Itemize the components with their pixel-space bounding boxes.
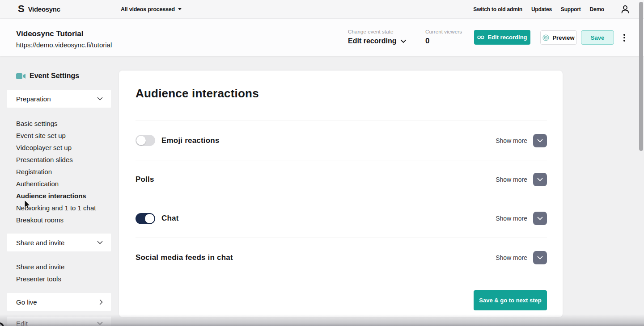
event-state-block: Change event state Edit recording xyxy=(348,29,407,45)
videos-processed-dropdown[interactable]: All videos processed xyxy=(121,6,182,13)
expand-button[interactable] xyxy=(533,173,547,186)
chevron-down-icon xyxy=(400,39,407,43)
chevron-down-icon xyxy=(97,241,103,244)
save-label: Save xyxy=(591,34,604,41)
nav-switch-old-admin[interactable]: Switch to old admin xyxy=(473,6,522,13)
nav-updates[interactable]: Updates xyxy=(531,6,552,13)
sidebar-item-breakout-rooms[interactable]: Breakout rooms xyxy=(16,214,96,226)
save-next-step-button[interactable]: Save & go to next step xyxy=(474,290,547,310)
videosync-logo[interactable]: S Videosync xyxy=(18,4,60,14)
current-viewers-block: Current viewers 0 xyxy=(425,29,462,46)
feature-label: Social media feeds in chat xyxy=(136,253,233,262)
current-viewers-label: Current viewers xyxy=(425,29,462,34)
preview-label: Preview xyxy=(552,34,574,41)
feature-row-social-media: Social media feeds in chat Show more xyxy=(136,238,547,277)
chevron-down-icon xyxy=(537,217,543,220)
sidebar-item-share-and-invite[interactable]: Share and invite xyxy=(16,261,64,273)
save-next-label: Save & go to next step xyxy=(479,297,541,304)
videos-processed-label: All videos processed xyxy=(121,6,175,13)
sidebar-section-go-live[interactable]: Go live xyxy=(7,293,111,311)
nav-demo[interactable]: Demo xyxy=(589,6,604,13)
section-label: Preparation xyxy=(16,95,51,103)
card-heading: Audience interactions xyxy=(136,87,259,100)
save-button[interactable]: Save xyxy=(581,30,614,45)
chevron-down-icon xyxy=(537,256,543,259)
top-nav: Switch to old admin Updates Support Demo xyxy=(473,4,630,14)
chevron-down-icon xyxy=(97,322,103,325)
feature-rows: Emoji reactions Show more Polls Show mor… xyxy=(136,121,547,277)
corner-artifact xyxy=(0,322,4,326)
event-settings-title: Event Settings xyxy=(16,72,79,80)
user-account-icon[interactable] xyxy=(620,4,630,14)
expand-button[interactable] xyxy=(533,251,547,264)
sidebar-item-videoplayer-set-up[interactable]: Videoplayer set up xyxy=(16,142,96,154)
feature-row-emoji-reactions: Emoji reactions Show more xyxy=(136,121,547,160)
feature-row-polls: Polls Show more xyxy=(136,160,547,199)
event-state-value: Edit recording xyxy=(348,37,396,45)
feature-row-chat: Chat Show more xyxy=(136,199,547,238)
recording-icon xyxy=(477,35,484,39)
section-label: Share and invite xyxy=(16,239,64,247)
video-camera-icon xyxy=(16,73,25,79)
more-options-menu[interactable] xyxy=(622,33,627,42)
sidebar-item-event-site-set-up[interactable]: Event site set up xyxy=(16,130,96,142)
feature-label: Emoji reactions xyxy=(161,136,220,145)
sidebar-section-edit[interactable]: Edit xyxy=(7,317,111,326)
feature-label: Polls xyxy=(136,175,154,184)
audience-interactions-card: Audience interactions Emoji reactions Sh… xyxy=(119,71,563,317)
event-title-block: Videosync Tutorial https://demo.videosyn… xyxy=(16,29,112,49)
show-more-link[interactable]: Show more xyxy=(496,137,527,144)
logo-text: Videosync xyxy=(28,5,60,13)
event-state-label: Change event state xyxy=(348,29,407,34)
chevron-right-icon xyxy=(99,299,103,305)
sidebar-item-registration[interactable]: Registration xyxy=(16,166,96,178)
sidebar-item-basic-settings[interactable]: Basic settings xyxy=(16,117,96,130)
sidebar-section-share-invite[interactable]: Share and invite xyxy=(7,234,111,251)
show-more-link[interactable]: Show more xyxy=(496,254,527,261)
chevron-down-icon xyxy=(537,178,543,181)
current-viewers-count: 0 xyxy=(425,37,462,46)
logo-icon: S xyxy=(18,4,25,14)
event-header: Videosync Tutorial https://demo.videosyn… xyxy=(0,19,644,56)
caret-down-icon xyxy=(178,8,182,10)
scrollbar-thumb[interactable] xyxy=(639,2,643,151)
chevron-down-icon xyxy=(537,139,543,142)
show-more-link[interactable]: Show more xyxy=(496,215,527,222)
feature-label: Chat xyxy=(161,214,179,223)
page-title: Videosync Tutorial xyxy=(16,29,112,38)
expand-button[interactable] xyxy=(533,134,547,147)
edit-recording-button[interactable]: Edit recording xyxy=(474,30,530,45)
sidebar-item-presentation-slides[interactable]: Presentation slides xyxy=(16,154,96,166)
share-menu: Share and invite Presenter tools xyxy=(16,261,64,285)
top-bar: S Videosync All videos processed Switch … xyxy=(0,0,644,19)
section-label: Go live xyxy=(16,298,37,306)
sidebar-item-authentication[interactable]: Authentication xyxy=(16,178,96,190)
event-state-dropdown[interactable]: Edit recording xyxy=(348,37,407,45)
section-label: Edit xyxy=(16,320,28,326)
expand-button[interactable] xyxy=(533,212,547,225)
mouse-cursor xyxy=(24,200,31,210)
sidebar-item-presenter-tools[interactable]: Presenter tools xyxy=(16,273,64,285)
preview-button[interactable]: Preview xyxy=(540,30,577,45)
nav-support[interactable]: Support xyxy=(561,6,581,13)
sidebar-section-preparation[interactable]: Preparation xyxy=(7,90,111,108)
edit-recording-label: Edit recording xyxy=(487,34,527,41)
chevron-down-icon xyxy=(97,97,103,100)
event-url[interactable]: https://demo.videosync.fi/tutorial xyxy=(16,41,112,49)
show-more-link[interactable]: Show more xyxy=(496,176,527,183)
emoji-reactions-toggle[interactable] xyxy=(136,135,155,146)
chat-toggle[interactable] xyxy=(136,213,155,224)
preview-icon xyxy=(542,34,549,41)
event-settings-label: Event Settings xyxy=(30,72,79,80)
